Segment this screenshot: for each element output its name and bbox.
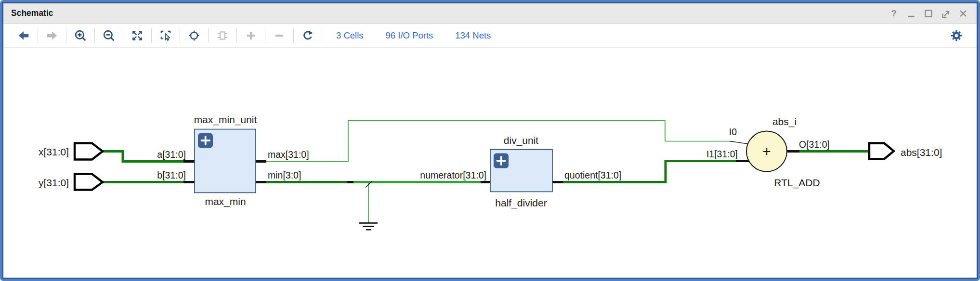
window-frame: Schematic ? — [0, 0, 980, 281]
toolbar-separator — [38, 28, 38, 43]
back-icon — [17, 29, 30, 42]
zoom-to-selection-icon — [159, 29, 172, 42]
toolbar-separator — [293, 28, 294, 43]
pin-max-label: max[31:0] — [268, 149, 309, 160]
chip-icon — [216, 29, 229, 42]
minimize-icon — [906, 8, 916, 19]
output-port-abs[interactable] — [869, 143, 894, 159]
plus-icon — [245, 29, 257, 42]
titlebar-buttons: ? — [888, 8, 969, 19]
forward-button[interactable] — [44, 27, 60, 44]
cell-divider-module: half_divider — [495, 197, 547, 209]
toolbar-separator — [180, 28, 180, 43]
toolbar-separator — [208, 28, 209, 43]
forward-icon — [46, 29, 58, 42]
schematic-canvas[interactable]: x[31:0] y[31:0] abs[31:0] max_min_unit m… — [3, 48, 977, 278]
gear-icon — [950, 29, 963, 42]
zoom-in-button[interactable] — [72, 27, 89, 44]
pin-numerator-label: numerator[31:0] — [420, 170, 486, 180]
pin-i0-label: I0 — [729, 127, 737, 137]
cell-max-min-instance: max_min_unit — [194, 114, 257, 126]
toolbar-separator — [151, 28, 152, 43]
toolbar-separator — [123, 28, 123, 43]
float-window-icon — [941, 8, 951, 19]
input-port-x[interactable] — [75, 143, 103, 160]
zoom-out-icon — [103, 29, 115, 42]
pin-min-label: min[3:0] — [268, 170, 301, 180]
regenerate-button[interactable] — [300, 27, 316, 44]
port-abs-label: abs[31:0] — [901, 147, 942, 158]
minus-icon — [273, 29, 286, 42]
toolbar-separator — [236, 28, 237, 43]
schematic-drawing: x[31:0] y[31:0] abs[31:0] max_min_unit m… — [3, 48, 977, 278]
expand-block-button[interactable] — [198, 133, 213, 148]
minimize-button[interactable] — [905, 8, 917, 19]
zoom-fit-button[interactable] — [129, 27, 145, 44]
zoom-in-icon — [74, 29, 87, 42]
help-icon: ? — [891, 8, 897, 19]
back-button[interactable] — [15, 27, 32, 44]
pin-i1-label: I1[31:0] — [706, 149, 738, 159]
cells-count-link[interactable]: 3 Cells — [336, 30, 364, 41]
pin-quotient-label: quotient[31:0] — [564, 170, 621, 180]
io-ports-count-link[interactable]: 96 I/O Ports — [386, 30, 433, 41]
port-y-label: y[31:0] — [39, 177, 69, 188]
net-max-pin-entry[interactable] — [730, 141, 749, 144]
toolbar-separator — [322, 28, 322, 43]
zoom-to-selection-button[interactable] — [157, 27, 174, 44]
toolbar-separator — [66, 28, 66, 43]
add-button[interactable] — [243, 27, 259, 44]
expand-block-button[interactable] — [494, 153, 509, 168]
nets-count-link[interactable]: 134 Nets — [455, 30, 491, 41]
autofit-selection-button[interactable] — [186, 27, 202, 44]
close-button[interactable] — [957, 8, 969, 19]
schematic-window: Schematic ? — [2, 2, 978, 279]
toolbar: 3 Cells 96 I/O Ports 134 Nets — [3, 24, 977, 48]
settings-button[interactable] — [948, 27, 965, 44]
adder-operator: + — [762, 143, 771, 159]
float-window-button[interactable] — [940, 8, 952, 19]
ground-symbol[interactable] — [359, 223, 378, 230]
toolbar-separator — [265, 28, 265, 43]
close-icon — [958, 8, 968, 19]
cell-max-min-module: max_min — [205, 196, 246, 207]
expand-cone-button[interactable] — [214, 27, 231, 44]
input-port-y[interactable] — [75, 174, 103, 190]
zoom-out-button[interactable] — [101, 27, 117, 44]
crosshair-target-icon — [188, 29, 200, 42]
refresh-icon — [301, 29, 314, 42]
pin-o-label: O[31:0] — [799, 139, 830, 150]
port-x-label: x[31:0] — [39, 146, 69, 157]
maximize-icon — [923, 8, 934, 19]
schematic-stats: 3 Cells 96 I/O Ports 134 Nets — [336, 30, 491, 41]
pin-b-label: b[31:0] — [157, 170, 186, 180]
window-title: Schematic — [11, 8, 53, 18]
cell-adder-instance: abs_i — [772, 116, 797, 128]
pin-a-label: a[31:0] — [157, 149, 186, 160]
zoom-fit-icon — [131, 29, 144, 42]
toolbar-separator — [94, 28, 95, 43]
cell-adder-module: RTL_ADD — [774, 177, 820, 189]
titlebar[interactable]: Schematic ? — [3, 3, 977, 24]
help-button[interactable]: ? — [888, 8, 900, 19]
remove-button[interactable] — [271, 27, 287, 44]
cell-divider-instance: div_unit — [504, 135, 539, 146]
maximize-button[interactable] — [923, 8, 934, 19]
